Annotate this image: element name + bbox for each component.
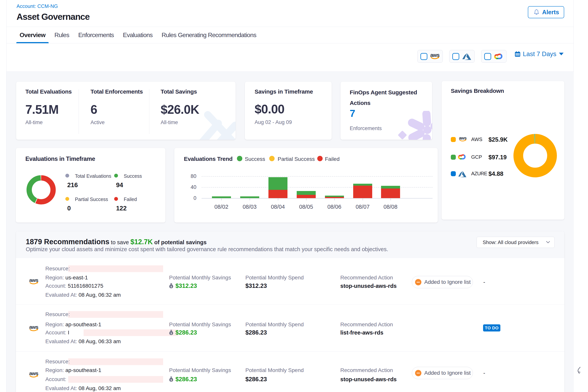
svg-text:$: $	[170, 378, 172, 382]
svg-text:$: $	[170, 285, 172, 288]
svg-text:$: $	[170, 332, 172, 335]
